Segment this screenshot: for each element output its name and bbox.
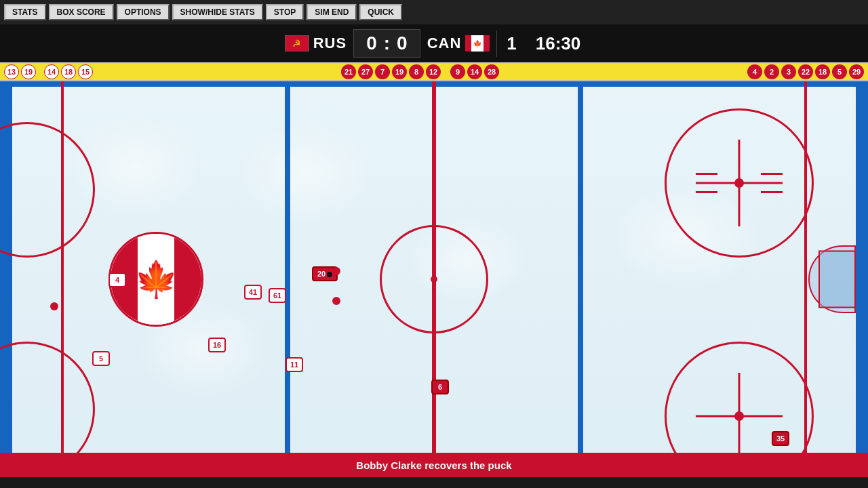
status-bar: Bobby Clarke recovers the puck	[0, 453, 868, 477]
goal-right	[818, 251, 856, 308]
player-strip-14b[interactable]: 14	[467, 64, 482, 79]
maple-leaf-icon: 🍁	[134, 262, 178, 297]
sim-end-button[interactable]: SIM END	[307, 4, 357, 20]
puck-below	[332, 297, 340, 305]
team2-name: CAN	[427, 35, 462, 52]
score1: 0	[366, 33, 377, 54]
player-61[interactable]: 61	[269, 288, 286, 303]
rink: 🍁 4 5 16 11 41	[0, 81, 868, 477]
player-4[interactable]: 4	[108, 272, 126, 287]
player-strip-13[interactable]: 13	[4, 64, 19, 79]
ice-spotlight-4	[407, 217, 529, 305]
player-strip-5[interactable]: 5	[832, 64, 847, 79]
score2: 0	[397, 33, 408, 54]
stop-button[interactable]: STOP	[266, 4, 304, 20]
player-strip-7[interactable]: 7	[375, 64, 390, 79]
status-message: Bobby Clarke recovers the puck	[356, 460, 511, 471]
blue-line-left	[285, 81, 290, 477]
ussr-symbol: ☭	[292, 38, 301, 49]
rink-border-right	[856, 81, 868, 477]
player-5[interactable]: 5	[92, 351, 110, 366]
show-hide-stats-button[interactable]: SHOW/HIDE STATS	[172, 4, 263, 20]
player-41[interactable]: 41	[244, 285, 262, 300]
player-strip-28[interactable]: 28	[484, 64, 499, 79]
faceoff-circle-right-top	[665, 108, 814, 258]
team2-flag: 🍁	[465, 35, 490, 52]
player-strip-4[interactable]: 4	[747, 64, 762, 79]
blue-line-right	[578, 81, 583, 477]
player-strip-22[interactable]: 22	[798, 64, 813, 79]
score-separator: :	[384, 33, 390, 54]
team1-section: ☭ RUS	[278, 32, 353, 55]
player-strip-21[interactable]: 21	[341, 64, 356, 79]
stats-button[interactable]: STATS	[4, 4, 46, 20]
center-red-line	[432, 81, 436, 477]
puck-left	[50, 302, 58, 310]
box-score-button[interactable]: BOX SCORE	[49, 4, 114, 20]
player-35[interactable]: 35	[772, 431, 789, 446]
player-strip-14a[interactable]: 14	[44, 64, 59, 79]
period-display: 1	[496, 30, 526, 57]
player-strip-2[interactable]: 2	[764, 64, 779, 79]
score-display: 0 : 0	[353, 29, 420, 58]
time-display: 16:30	[526, 30, 591, 57]
toolbar: STATS BOX SCORE OPTIONS SHOW/HIDE STATS …	[0, 0, 868, 24]
player-11[interactable]: 11	[285, 357, 303, 372]
team2-section: CAN 🍁	[420, 32, 497, 55]
player-strips: 13 19 14 18 15 21 27 7 19 8 12 9 14 28 4…	[0, 62, 868, 81]
puck-main	[332, 267, 340, 275]
ice-spotlight-2	[237, 122, 373, 224]
ice-spotlight-5	[610, 183, 760, 291]
player-strip-9[interactable]: 9	[450, 64, 465, 79]
options-button[interactable]: OPTIONS	[117, 4, 170, 20]
player-strip-12[interactable]: 12	[426, 64, 441, 79]
team1-name: RUS	[313, 35, 347, 52]
goal-line-right	[804, 81, 807, 477]
player-6[interactable]: 6	[431, 380, 449, 394]
player-strip-8[interactable]: 8	[409, 64, 424, 79]
team1-flag: ☭	[285, 35, 309, 52]
scoreboard: ☭ RUS 0 : 0 CAN 🍁 1 16:30	[0, 24, 868, 62]
faceoff-circle-left-top	[0, 122, 95, 258]
player-strip-19b[interactable]: 19	[392, 64, 407, 79]
player-strip-27[interactable]: 27	[358, 64, 373, 79]
player-strip-29[interactable]: 29	[849, 64, 864, 79]
player-strip-3[interactable]: 3	[781, 64, 796, 79]
quick-button[interactable]: QUICK	[359, 4, 402, 20]
player-strip-18a[interactable]: 18	[61, 64, 76, 79]
player-16[interactable]: 16	[208, 338, 226, 352]
player-strip-18b[interactable]: 18	[815, 64, 830, 79]
player-strip-19a[interactable]: 19	[21, 64, 36, 79]
player-strip-15[interactable]: 15	[78, 64, 93, 79]
